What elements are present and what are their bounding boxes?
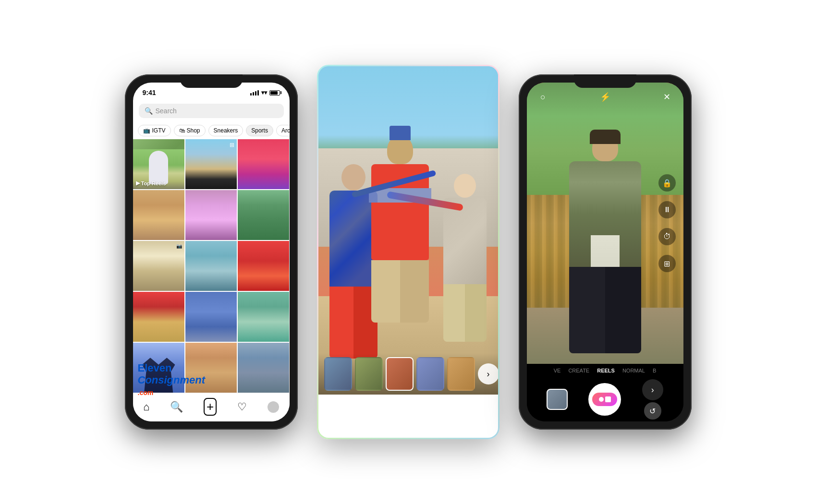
signal-bar-3 [255, 91, 256, 96]
chip-igtv[interactable]: 📺 IGTV [138, 125, 171, 136]
phone-1-frame: 9:41 ▾▾ 🔍 Search 📺 [125, 74, 298, 430]
cam-close-icon[interactable]: ✕ [658, 88, 676, 106]
grid-row-3: 📷 [133, 241, 290, 291]
watermark-consignment: Consignment [138, 374, 206, 386]
search-bar[interactable]: 🔍 Search [139, 104, 284, 118]
signal-bars [250, 90, 259, 96]
cam-side-timer-icon[interactable]: ⏱ [658, 228, 676, 245]
mode-normal[interactable]: NORMAL [622, 368, 645, 373]
chip-sneakers-label: Sneakers [214, 127, 238, 134]
camera-bottom: VE CREATE REELS NORMAL B [527, 364, 683, 421]
thumb-4[interactable] [416, 357, 444, 391]
grid-row-2 [133, 190, 290, 240]
top-reels-icon: ▶ [136, 180, 140, 186]
phone3-notch [574, 74, 636, 88]
reels-player: › [317, 65, 499, 439]
record-dot [599, 397, 604, 402]
grid-item-3[interactable] [238, 139, 289, 189]
video-badge-2: ⊞ [230, 142, 234, 148]
chip-igtv-icon: 📺 [143, 127, 150, 134]
cam-side-pause-icon[interactable]: ⏸ [658, 201, 676, 218]
battery-fill [270, 91, 278, 95]
top-reels-badge: ▶ Top Reels [136, 180, 166, 186]
grid-item-7[interactable]: 📷 [133, 241, 184, 291]
chip-shop-label: Shop [187, 127, 200, 134]
chip-shop[interactable]: 🛍 Shop [174, 125, 206, 136]
mode-selector: VE CREATE REELS NORMAL B [554, 364, 657, 375]
chip-shop-icon: 🛍 [179, 127, 185, 134]
nav-home-icon[interactable]: ⌂ [143, 401, 149, 413]
mode-create[interactable]: CREATE [568, 368, 589, 373]
wifi-icon: ▾▾ [261, 89, 267, 96]
record-button[interactable] [588, 383, 621, 416]
grid-item-10[interactable] [133, 292, 184, 342]
thumb-5[interactable] [447, 357, 475, 391]
thumb-3-active[interactable] [386, 357, 414, 391]
chip-igtv-label: IGTV [152, 127, 166, 134]
grid-item-11[interactable] [185, 292, 237, 342]
mode-b[interactable]: B [653, 368, 656, 373]
watermark-eleven: Eleven [138, 362, 172, 374]
next-button-reels[interactable]: › [478, 363, 499, 384]
cam-next-button[interactable]: › [642, 379, 663, 400]
cam-side-layout-icon[interactable]: ⊞ [658, 255, 676, 272]
record-button-inner [592, 393, 617, 406]
cam-settings-icon[interactable]: ○ [535, 88, 552, 106]
watermark: Eleven Consignment .com [138, 362, 206, 397]
signal-bar-4 [257, 90, 259, 96]
grid-row-1: ▶ Top Reels ⊞ [133, 139, 290, 189]
grid-item-9[interactable] [238, 241, 289, 291]
grid-item-1[interactable]: ▶ Top Reels [133, 139, 184, 189]
phone-3-frame: ○ ⚡ ✕ 🔒 ⏸ ⏱ ⊞ VE CREATE REELS NORMAL B [519, 74, 692, 430]
grid-item-4[interactable] [133, 190, 184, 240]
camera-side-controls: 🔒 ⏸ ⏱ ⊞ [658, 174, 676, 272]
chip-sports-label: Sports [251, 127, 268, 134]
phone1-status-icons: ▾▾ [250, 89, 280, 96]
chip-architect[interactable]: Architect [276, 125, 290, 136]
phone1-time: 9:41 [143, 89, 156, 96]
grid-item-6[interactable] [238, 190, 289, 240]
person-in-camera [562, 133, 648, 364]
nav-search-icon[interactable]: 🔍 [170, 401, 183, 413]
cam-side-lock-icon[interactable]: 🔒 [658, 174, 676, 192]
reels-thumbnails: › [318, 353, 498, 395]
signal-bar-2 [253, 92, 254, 96]
grid-item-8[interactable] [185, 241, 237, 291]
grid-item-5[interactable] [185, 190, 237, 240]
camera-thumbnail[interactable] [547, 389, 568, 410]
chip-sneakers[interactable]: Sneakers [208, 125, 244, 136]
explore-grid: ▶ Top Reels ⊞ [133, 139, 290, 393]
nav-plus-icon[interactable]: + [204, 398, 217, 416]
mode-ve[interactable]: VE [554, 368, 561, 373]
thumb-1[interactable] [324, 357, 352, 391]
dancer-center [366, 135, 434, 356]
mode-reels-active[interactable]: REELS [597, 368, 615, 373]
video-badge-7: 📷 [176, 243, 182, 249]
reels-bottom-bar [318, 395, 498, 438]
chip-sports[interactable]: Sports [246, 125, 273, 136]
grid-item-12[interactable] [238, 292, 289, 342]
dancer-right [441, 174, 489, 356]
phone1-screen: 9:41 ▾▾ 🔍 Search 📺 [133, 83, 290, 421]
nav-heart-icon[interactable]: ♡ [237, 401, 247, 413]
cam-flip-button[interactable]: ↺ [644, 402, 661, 420]
phone3-screen: ○ ⚡ ✕ 🔒 ⏸ ⏱ ⊞ VE CREATE REELS NORMAL B [527, 83, 683, 421]
nav-profile-icon[interactable] [268, 401, 279, 413]
phone1-notch [180, 74, 243, 88]
next-arrow-icon: › [487, 369, 490, 379]
search-icon: 🔍 [145, 107, 153, 115]
top-reels-label: Top Reels [141, 180, 166, 186]
reels-video[interactable] [318, 66, 498, 395]
thumb-2[interactable] [355, 357, 383, 391]
camera-view[interactable]: ○ ⚡ ✕ 🔒 ⏸ ⏱ ⊞ [527, 83, 683, 364]
watermark-com: .com [138, 389, 154, 396]
grid-row-4 [133, 292, 290, 342]
battery-icon [269, 90, 280, 96]
search-placeholder: Search [156, 107, 177, 115]
chip-architect-label: Architect [281, 127, 290, 134]
cam-flash-icon[interactable]: ⚡ [597, 88, 614, 106]
grid-item-2[interactable]: ⊞ [185, 139, 237, 189]
cam-right-controls: › ↺ [642, 379, 663, 420]
camera-controls-row: › ↺ [527, 375, 683, 421]
grid-item-15[interactable] [238, 343, 289, 393]
